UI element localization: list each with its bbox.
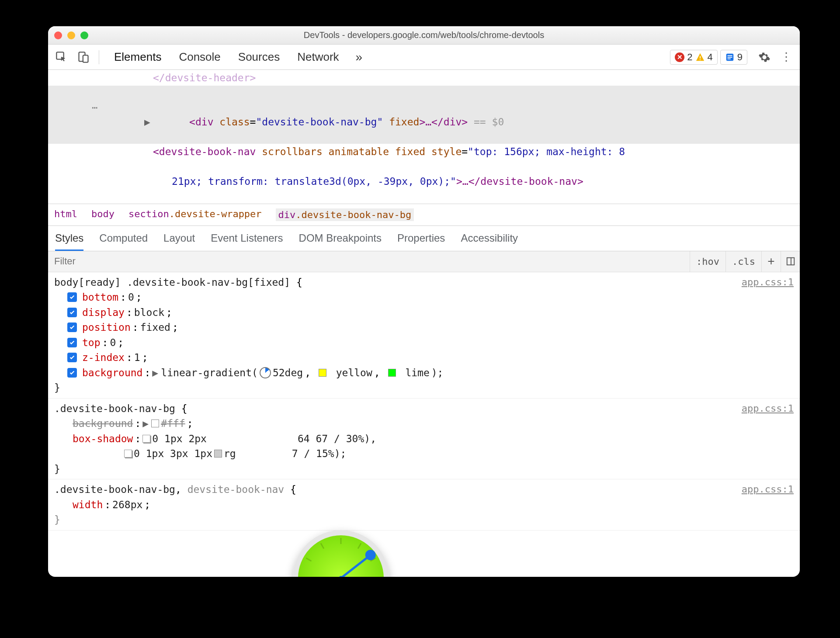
zoom-window[interactable]	[80, 31, 88, 39]
main-tabs: Elements Console Sources Network	[114, 50, 339, 64]
issues-count: 9	[737, 52, 743, 63]
computed-toggle-icon[interactable]	[781, 251, 800, 272]
tab-sources[interactable]: Sources	[238, 50, 280, 64]
breadcrumb: html body section.devsite-wrapper div.de…	[48, 204, 800, 226]
style-rule: app.css:1 .devsite-book-nav-bg, devsite-…	[48, 479, 800, 531]
tab-elements[interactable]: Elements	[114, 50, 161, 64]
angle-swatch-icon[interactable]	[260, 367, 271, 378]
source-link[interactable]: app.css:1	[742, 482, 794, 496]
color-swatch-icon[interactable]	[151, 420, 159, 427]
css-declaration[interactable]: position: fixed;	[54, 320, 794, 335]
checkbox-icon[interactable]	[67, 322, 77, 332]
source-link[interactable]: app.css:1	[742, 401, 794, 416]
dom-line[interactable]: </devsite-header>	[48, 70, 800, 86]
svg-rect-3	[700, 56, 701, 59]
checkbox-icon[interactable]	[67, 368, 77, 378]
subtab-event-listeners[interactable]: Event Listeners	[211, 232, 283, 251]
dom-tree[interactable]: </devsite-header> ⋯ ▶<div class="devsite…	[48, 70, 800, 204]
svg-rect-8	[727, 58, 730, 59]
issue-icon	[725, 52, 735, 62]
crumb-section[interactable]: section.devsite-wrapper	[128, 208, 262, 221]
status-badges: ✕ 2 4 9	[670, 50, 747, 65]
ellipsis-icon[interactable]: ⋯	[92, 101, 98, 114]
shadow-swatch-icon[interactable]	[142, 435, 150, 443]
dom-line[interactable]: 21px; transform: translate3d(0px, -39px,…	[48, 160, 800, 204]
css-declaration[interactable]: top: 0;	[54, 335, 794, 350]
svg-rect-2	[83, 55, 88, 62]
css-declaration-cont[interactable]: 0 1px 3px 1px rg 7 / 15%);	[54, 446, 794, 461]
expand-icon[interactable]: ▶	[144, 115, 150, 129]
minimize-window[interactable]	[67, 31, 75, 39]
crumb-body[interactable]: body	[91, 208, 115, 221]
svg-rect-7	[727, 57, 732, 58]
tab-console[interactable]: Console	[179, 50, 220, 64]
tab-network[interactable]: Network	[297, 50, 339, 64]
css-declaration[interactable]: z-index: 1;	[54, 350, 794, 365]
expand-icon[interactable]: ▶	[142, 416, 149, 431]
color-swatch-icon[interactable]	[214, 450, 222, 458]
css-declaration[interactable]: background: ▶ linear-gradient(52deg, yel…	[54, 365, 794, 381]
device-toggle-icon[interactable]	[74, 48, 93, 66]
error-icon: ✕	[675, 52, 684, 62]
subtab-styles[interactable]: Styles	[55, 232, 83, 251]
issues-badge[interactable]: 9	[720, 50, 747, 65]
source-link[interactable]: app.css:1	[742, 275, 794, 289]
checkbox-icon[interactable]	[67, 338, 77, 347]
cls-toggle[interactable]: .cls	[725, 251, 761, 272]
css-declaration[interactable]: background:▶ #fff;	[54, 416, 794, 431]
subtabs: Styles Computed Layout Event Listeners D…	[48, 226, 800, 251]
angle-center	[339, 576, 343, 577]
window-title: DevTools - developers.google.com/web/too…	[48, 30, 800, 40]
errors-badge[interactable]: ✕ 2 4	[670, 50, 718, 65]
subtab-layout[interactable]: Layout	[163, 232, 195, 251]
styles-pane[interactable]: app.css:1 body[ready] .devsite-book-nav-…	[48, 272, 800, 577]
main-toolbar: Elements Console Sources Network » ✕ 2 4…	[48, 45, 800, 70]
close-window[interactable]	[54, 31, 62, 39]
angle-knob[interactable]	[363, 548, 378, 562]
expand-icon[interactable]: ▶	[152, 365, 159, 381]
separator	[99, 50, 99, 64]
titlebar: DevTools - developers.google.com/web/too…	[48, 26, 800, 45]
dom-selected-node[interactable]: ⋯ ▶<div class="devsite-book-nav-bg" fixe…	[48, 86, 800, 144]
color-swatch-icon[interactable]	[319, 369, 326, 377]
filter-input[interactable]	[48, 251, 690, 271]
styles-filter-row: :hov .cls +	[48, 251, 800, 272]
warning-icon	[695, 52, 705, 62]
css-declaration[interactable]: display: block;	[54, 305, 794, 320]
window-controls	[54, 31, 88, 39]
new-style-rule-icon[interactable]: +	[761, 251, 781, 272]
more-tabs-icon[interactable]: »	[356, 50, 363, 64]
subtab-computed[interactable]: Computed	[99, 232, 148, 251]
angle-hand[interactable]	[340, 552, 373, 577]
checkbox-icon[interactable]	[67, 308, 77, 317]
crumb-html[interactable]: html	[54, 208, 77, 221]
color-swatch-icon[interactable]	[388, 369, 396, 377]
angle-picker[interactable]	[293, 530, 389, 577]
subtab-accessibility[interactable]: Accessibility	[461, 232, 518, 251]
kebab-menu-icon[interactable]: ⋮	[777, 48, 795, 66]
dom-line[interactable]: <devsite-book-nav scrollbars animatable …	[48, 144, 800, 160]
errors-count: 2	[687, 52, 692, 63]
inspect-icon[interactable]	[52, 48, 71, 66]
svg-rect-4	[700, 59, 701, 60]
css-declaration[interactable]: box-shadow: 0 1px 2px 64 67 / 30%),	[54, 431, 794, 447]
style-rule: app.css:1 .devsite-book-nav-bg { backgro…	[48, 399, 800, 480]
css-declaration[interactable]: bottom: 0;	[54, 290, 794, 305]
checkbox-icon[interactable]	[67, 292, 77, 302]
devtools-window: DevTools - developers.google.com/web/too…	[48, 26, 800, 577]
style-rule: app.css:1 body[ready] .devsite-book-nav-…	[48, 272, 800, 399]
hov-toggle[interactable]: :hov	[690, 251, 725, 272]
settings-icon[interactable]	[755, 48, 774, 66]
svg-rect-6	[727, 55, 732, 56]
subtab-dom-breakpoints[interactable]: DOM Breakpoints	[299, 232, 382, 251]
checkbox-icon[interactable]	[67, 353, 77, 362]
warnings-count: 4	[708, 52, 713, 63]
css-declaration[interactable]: width: 268px;	[54, 497, 794, 513]
crumb-div[interactable]: div.devsite-book-nav-bg	[276, 208, 414, 221]
subtab-properties[interactable]: Properties	[397, 232, 445, 251]
shadow-swatch-icon[interactable]	[124, 450, 132, 458]
